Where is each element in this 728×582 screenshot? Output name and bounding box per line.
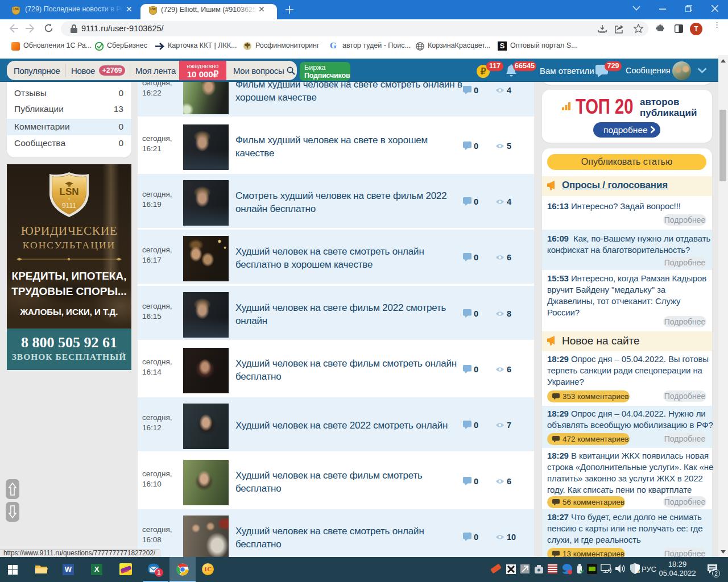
svg-text:9111: 9111 (62, 202, 76, 210)
svg-text:LSN: LSN (151, 8, 156, 11)
svg-text:LSN: LSN (60, 186, 79, 197)
svg-text:LSN: LSN (14, 8, 19, 11)
